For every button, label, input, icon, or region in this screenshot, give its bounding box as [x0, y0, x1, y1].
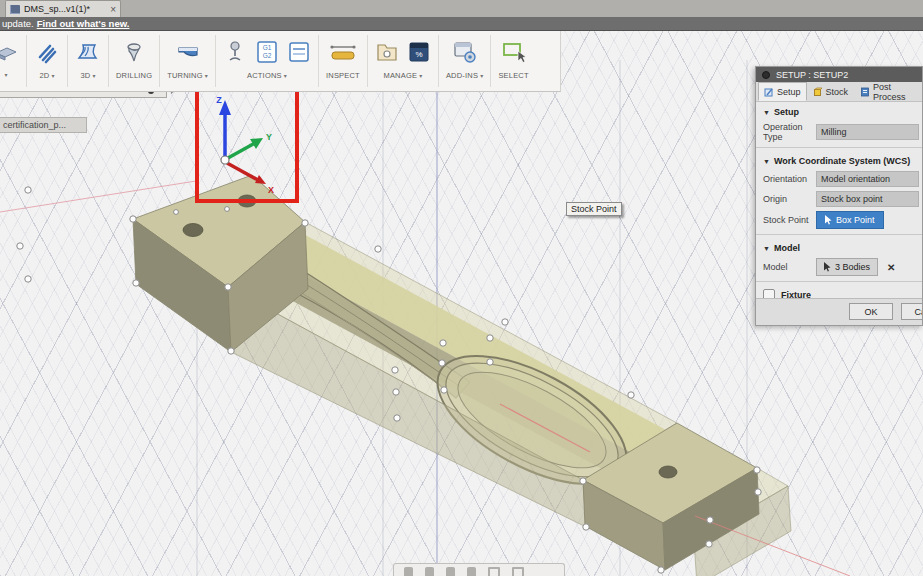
3d-milling-icon	[75, 39, 101, 65]
svg-text:G2: G2	[263, 52, 272, 59]
toolbar-group-manage[interactable]: % MANAGE▾	[368, 31, 438, 91]
tab-setup[interactable]: Setup	[758, 82, 807, 101]
orientation-dropdown[interactable]: Model orientation	[816, 171, 919, 187]
setup-dialog-tabs: Setup Stock Post Process	[756, 82, 922, 102]
cam-toolbar: ▾ 2D▾ 3D▾ DR	[0, 31, 561, 92]
orbit-icon[interactable]	[446, 567, 455, 576]
toolbar-label: SELECT	[498, 71, 528, 80]
2d-milling-icon	[34, 39, 60, 65]
post-library-icon: %	[407, 39, 431, 65]
stock-point-label: Stock Point	[763, 215, 816, 225]
section-wcs[interactable]: ▼ Work Coordinate System (WCS)	[756, 151, 922, 169]
simulate-icon	[287, 39, 311, 65]
origin-dropdown[interactable]: Stock box point	[816, 191, 919, 207]
collapse-triangle-icon[interactable]: ▼	[763, 109, 770, 116]
toolbar-label: MANAGE	[383, 71, 417, 80]
divider	[756, 147, 922, 148]
wcs-origin-point	[221, 156, 229, 164]
section-title: Setup	[774, 107, 799, 117]
tab-label: Post Process	[873, 82, 916, 102]
section-title: Model	[774, 243, 800, 253]
toolbar-label: ACTIONS	[247, 71, 282, 80]
collapse-triangle-icon[interactable]: ▼	[763, 158, 770, 165]
setup-dialog-header[interactable]: SETUP : SETUP2	[756, 67, 922, 82]
row-orientation: Orientation Model orientation	[756, 169, 922, 189]
setup-milling-icon	[0, 39, 19, 65]
ok-button[interactable]: OK	[849, 303, 893, 320]
cancel-button[interactable]: Cancel	[901, 303, 923, 320]
mount-hole	[183, 224, 203, 237]
view-navigation-bar	[393, 563, 565, 576]
axis-y-label: Y	[266, 132, 272, 142]
document-tab[interactable]: DMS_sp...v1(1)* ×	[5, 0, 121, 17]
dialog-title: SETUP : SETUP2	[776, 70, 848, 80]
toolbar-group-addins[interactable]: ADD-INS▾	[439, 31, 490, 91]
model-label: Model	[763, 262, 816, 272]
display-settings-icon[interactable]	[488, 567, 500, 576]
post-process-action-icon	[223, 39, 247, 65]
dropdown-caret-icon: ▾	[419, 72, 422, 79]
tab-label: Setup	[777, 87, 801, 97]
dialog-grip-icon	[762, 71, 770, 79]
model-bodies-label: 3 Bodies	[835, 262, 870, 272]
toolbar-label: 3D	[80, 71, 90, 80]
toolbar-group-actions[interactable]: G1 G2 ACTIONS▾	[216, 31, 318, 91]
select-icon	[500, 39, 528, 65]
toolbar-label: DRILLING	[116, 71, 152, 80]
stock-tab-icon	[813, 87, 823, 97]
box-point-button[interactable]: Box Point	[816, 211, 884, 229]
dropdown-caret-icon: ▾	[92, 72, 95, 79]
post-process-tab-icon	[860, 87, 870, 97]
browser-item-certification[interactable]: certification_p...	[0, 117, 87, 133]
document-tab-bar: DMS_sp...v1(1)* ×	[0, 0, 923, 17]
mount-hole	[659, 466, 677, 478]
model-bodies-button[interactable]: 3 Bodies	[816, 258, 878, 276]
collapse-triangle-icon[interactable]: ▼	[763, 245, 770, 252]
dropdown-caret-icon: ▾	[51, 72, 54, 79]
section-model[interactable]: ▼ Model	[756, 238, 922, 256]
document-title: DMS_sp...v1(1)*	[24, 4, 106, 14]
dialog-footer: OK Cancel	[756, 298, 922, 325]
drilling-icon	[121, 39, 147, 65]
grid-settings-icon[interactable]	[512, 567, 524, 576]
dropdown-caret-icon: ▾	[480, 72, 483, 79]
toolbar-label: ADD-INS	[446, 71, 478, 80]
remove-selection-icon[interactable]: ✕	[887, 262, 895, 273]
zoom-icon[interactable]	[425, 567, 434, 576]
operation-type-label: Operation Type	[763, 122, 816, 142]
row-stock-point: Stock Point Box Point	[756, 209, 922, 231]
box-point-label: Box Point	[836, 215, 875, 225]
pan-icon[interactable]	[404, 567, 413, 576]
row-model: Model 3 Bodies ✕	[756, 256, 922, 278]
whats-new-link[interactable]: Find out what's new.	[37, 18, 130, 29]
svg-text:G1: G1	[263, 44, 272, 51]
setup-tab-icon	[764, 87, 774, 97]
row-origin: Origin Stock box point	[756, 189, 922, 209]
toolbar-group-select[interactable]: SELECT	[491, 31, 535, 91]
cursor-icon	[825, 215, 832, 225]
tab-close-icon[interactable]: ×	[110, 5, 116, 14]
look-at-icon[interactable]	[467, 567, 476, 576]
toolbar-group-turning[interactable]: TURNING▾	[160, 31, 215, 91]
toolbar-group-setup[interactable]: ▾	[0, 31, 26, 91]
operation-type-dropdown[interactable]: Milling	[816, 124, 919, 140]
tool-library-icon	[375, 39, 399, 65]
origin-label: Origin	[763, 194, 816, 204]
section-title: Work Coordinate System (WCS)	[774, 156, 910, 166]
setup-dialog: SETUP : SETUP2 Setup Stock Post Process	[755, 66, 923, 326]
fusion-cam-window: { "window": { "tab_title": "DMS_sp...v1(…	[0, 0, 923, 576]
addins-icon	[452, 39, 478, 65]
section-setup[interactable]: ▼ Setup	[756, 102, 922, 120]
divider	[756, 234, 922, 235]
turning-icon	[175, 39, 201, 65]
tab-stock[interactable]: Stock	[807, 82, 855, 101]
notification-text: update.	[2, 18, 34, 29]
toolbar-group-2d[interactable]: 2D▾	[27, 31, 67, 91]
toolbar-group-drilling[interactable]: DRILLING	[109, 31, 159, 91]
axis-x-label: X	[268, 185, 274, 195]
tab-post-process[interactable]: Post Process	[854, 82, 922, 101]
toolbar-group-inspect[interactable]: INSPECT	[319, 31, 367, 91]
divider	[756, 281, 922, 282]
toolbar-group-3d[interactable]: 3D▾	[68, 31, 108, 91]
axis-z-label: Z	[216, 95, 222, 105]
